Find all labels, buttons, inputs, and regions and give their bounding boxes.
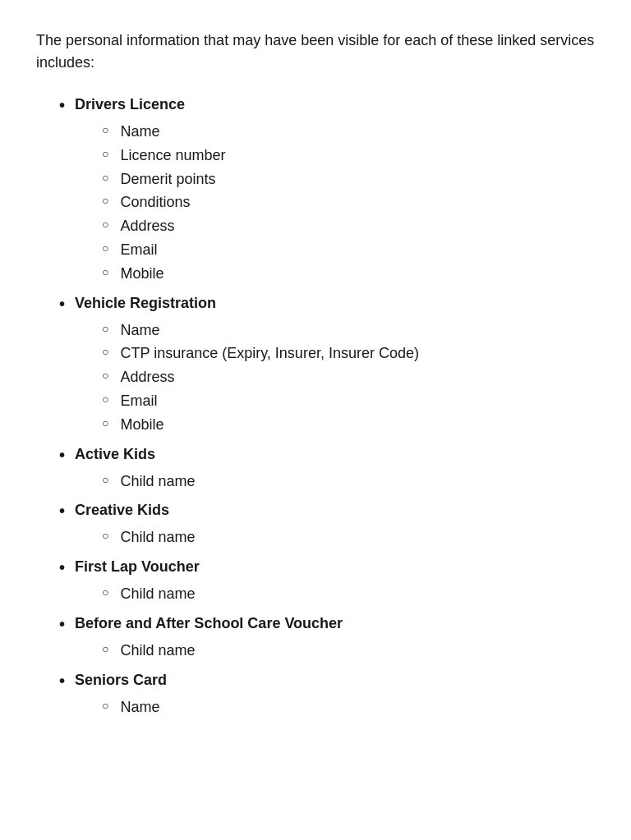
service-detail-5-0: Child name bbox=[102, 639, 595, 663]
service-detail-0-1: Licence number bbox=[102, 144, 595, 168]
service-details-0: NameLicence numberDemerit pointsConditio… bbox=[59, 120, 595, 286]
service-detail-0-6: Mobile bbox=[102, 262, 595, 286]
service-detail-4-0: Child name bbox=[102, 582, 595, 606]
service-details-5: Child name bbox=[59, 639, 595, 663]
service-detail-1-4: Mobile bbox=[102, 413, 595, 437]
service-title-2: Active Kids bbox=[59, 443, 595, 466]
service-detail-0-2: Demerit points bbox=[102, 168, 595, 191]
service-item-3: Creative KidsChild name bbox=[59, 499, 595, 549]
service-title-0: Drivers Licence bbox=[59, 94, 595, 117]
service-details-2: Child name bbox=[59, 470, 595, 493]
service-details-6: Name bbox=[59, 695, 595, 719]
service-detail-0-5: Email bbox=[102, 238, 595, 262]
service-title-6: Seniors Card bbox=[59, 669, 595, 692]
services-list: Drivers LicenceNameLicence numberDemerit… bbox=[36, 94, 595, 719]
service-detail-0-0: Name bbox=[102, 120, 595, 144]
service-detail-3-0: Child name bbox=[102, 526, 595, 549]
service-detail-6-0: Name bbox=[102, 695, 595, 719]
service-details-1: NameCTP insurance (Expiry, Insurer, Insu… bbox=[59, 319, 595, 437]
service-detail-1-3: Email bbox=[102, 389, 595, 413]
service-detail-1-1: CTP insurance (Expiry, Insurer, Insurer … bbox=[102, 342, 595, 365]
service-title-1: Vehicle Registration bbox=[59, 292, 595, 315]
service-item-5: Before and After School Care VoucherChil… bbox=[59, 613, 595, 663]
service-detail-0-3: Conditions bbox=[102, 190, 595, 214]
service-detail-2-0: Child name bbox=[102, 470, 595, 493]
service-item-0: Drivers LicenceNameLicence numberDemerit… bbox=[59, 94, 595, 286]
service-item-1: Vehicle RegistrationNameCTP insurance (E… bbox=[59, 292, 595, 437]
service-item-6: Seniors CardName bbox=[59, 669, 595, 719]
service-detail-0-4: Address bbox=[102, 214, 595, 238]
service-title-4: First Lap Voucher bbox=[59, 556, 595, 579]
service-details-3: Child name bbox=[59, 526, 595, 549]
service-detail-1-0: Name bbox=[102, 319, 595, 342]
service-item-4: First Lap VoucherChild name bbox=[59, 556, 595, 606]
service-item-2: Active KidsChild name bbox=[59, 443, 595, 493]
service-title-3: Creative Kids bbox=[59, 499, 595, 522]
service-details-4: Child name bbox=[59, 582, 595, 606]
service-title-5: Before and After School Care Voucher bbox=[59, 613, 595, 636]
intro-paragraph: The personal information that may have b… bbox=[36, 30, 595, 74]
service-detail-1-2: Address bbox=[102, 365, 595, 389]
